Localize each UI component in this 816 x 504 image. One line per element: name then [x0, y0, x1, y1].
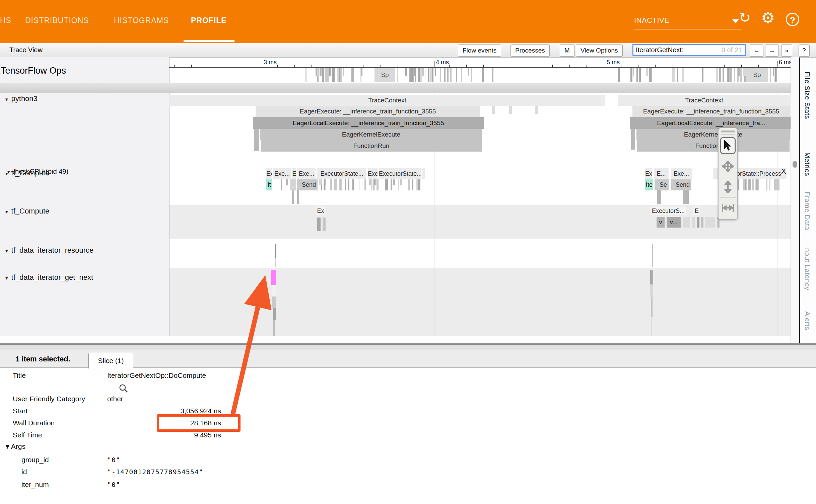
panel-resize-strip[interactable]: [0, 345, 816, 350]
selection-tool-button[interactable]: [720, 137, 736, 154]
trace-slice-unlabeled[interactable]: [652, 244, 653, 267]
search-query[interactable]: IteratorGetNext:: [636, 46, 683, 54]
trace-slice[interactable]: EagerExecute: __inference_train_function…: [256, 106, 480, 117]
trace-slice-unlabeled[interactable]: [271, 270, 276, 285]
trace-slice-unlabeled[interactable]: [297, 190, 299, 204]
trace-slice[interactable]: EagerLocalExecute: __inference_tra...: [630, 117, 792, 129]
trace-slice-unlabeled[interactable]: [273, 308, 276, 320]
side-tab-input-latency[interactable]: Input Latency: [803, 246, 811, 290]
toolbar-button-m[interactable]: M: [560, 45, 574, 57]
chevron-down-icon[interactable]: [732, 19, 739, 23]
trace-slice[interactable]: E: [292, 168, 296, 179]
trace-slice[interactable]: E: [693, 206, 700, 215]
trace-slice[interactable]: Exe...: [671, 168, 692, 179]
trace-slice-unlabeled[interactable]: [692, 217, 695, 228]
toolbar-button-processes[interactable]: Processes: [511, 45, 550, 57]
trace-slice-unlabeled[interactable]: [492, 106, 495, 114]
trace-slice[interactable]: Exe...: [297, 168, 316, 179]
trace-slice[interactable]: Exe: [368, 168, 378, 179]
side-tab-file-size-stats[interactable]: File Size Stats: [803, 72, 811, 119]
trace-slice[interactable]: FunctionRun: [637, 140, 790, 152]
help-icon[interactable]: ?: [786, 13, 799, 26]
trace-slice[interactable]: Ex: [316, 206, 325, 215]
trace-slice[interactable]: ExecutorS...: [651, 206, 686, 215]
toolbar-button-view-options[interactable]: View Options: [576, 45, 623, 57]
trace-slice[interactable]: TraceContext: [169, 95, 605, 106]
trace-slice[interactable]: E...: [654, 168, 669, 179]
trace-slice[interactable]: v: [657, 217, 665, 228]
tab-histograms[interactable]: HISTOGRAMS: [114, 16, 169, 25]
trace-slice[interactable]: EagerKernelExecute: [260, 129, 482, 140]
trace-slice-unlabeled[interactable]: [254, 129, 259, 151]
trace-slice[interactable]: _Send: [671, 179, 691, 190]
collapse-triangle-icon[interactable]: ▾: [5, 275, 8, 281]
collapse-triangle-icon[interactable]: ▾: [5, 96, 8, 102]
trace-slice-unlabeled[interactable]: [697, 217, 699, 228]
vertical-scrollbar[interactable]: [791, 57, 799, 345]
tab-slice[interactable]: Slice (1): [88, 353, 133, 368]
magnifier-icon[interactable]: [119, 384, 129, 394]
side-tab-metrics[interactable]: Metrics: [803, 152, 811, 176]
side-tab-alerts[interactable]: Alerts: [803, 311, 811, 330]
trace-slice-unlabeled[interactable]: [292, 190, 294, 204]
trace-slice[interactable]: EagerKernelExecute: [636, 129, 790, 140]
trace-slice-unlabeled[interactable]: [317, 218, 321, 231]
trace-slice-unlabeled[interactable]: [683, 190, 689, 204]
collapse-triangle-icon[interactable]: ▾: [5, 248, 8, 254]
process-header-bar[interactable]: ▾/host:CPU (pid 49) X: [0, 83, 791, 93]
trace-slice[interactable]: _Send: [297, 179, 318, 190]
run-status-select[interactable]: INACTIVE: [634, 16, 669, 25]
trace-slice[interactable]: Sp: [746, 68, 768, 82]
trace-slice[interactable]: v...: [667, 217, 681, 228]
tab-hs[interactable]: HS: [0, 16, 11, 25]
refresh-icon[interactable]: ↻: [739, 11, 751, 25]
trace-slice[interactable]: Sp: [375, 68, 395, 82]
tab-profile[interactable]: PROFILE: [191, 16, 227, 25]
trace-slice[interactable]: It: [266, 179, 272, 190]
trace-slice-unlabeled[interactable]: [422, 168, 425, 179]
trace-slice-unlabeled[interactable]: [631, 129, 635, 150]
trace-slice-unlabeled[interactable]: [272, 297, 276, 308]
trace-slice[interactable]: TraceContext: [618, 95, 790, 106]
collapse-triangle-icon[interactable]: ▾: [5, 209, 8, 215]
trace-slice[interactable]: ExecutorState...: [379, 168, 421, 179]
trace-slice-unlabeled[interactable]: [650, 284, 653, 297]
trace-slice-unlabeled[interactable]: [657, 190, 661, 204]
trace-slice[interactable]: EagerExecute: __inference_train_function…: [632, 106, 790, 117]
pan-tool-button[interactable]: [720, 158, 736, 175]
collapse-triangle-icon[interactable]: ▾: [5, 171, 8, 176]
timing-tool-button[interactable]: [720, 199, 736, 216]
trace-slice-unlabeled[interactable]: [651, 297, 653, 317]
trace-slice[interactable]: _: [291, 179, 296, 190]
trace-slice-unlabeled[interactable]: [774, 179, 779, 190]
tab-distributions[interactable]: DISTRIBUTIONS: [25, 16, 89, 25]
side-tab-frame-data[interactable]: Frame Data: [803, 191, 811, 230]
trace-slice-unlabeled[interactable]: [272, 285, 276, 297]
trace-slice-unlabeled[interactable]: [275, 244, 276, 258]
trace-slice[interactable]: Ite: [645, 179, 653, 190]
trace-slice-unlabeled[interactable]: [535, 106, 538, 114]
close-process-button[interactable]: X: [781, 167, 786, 176]
trace-slice[interactable]: Exe...: [273, 168, 291, 179]
trace-slice-unlabeled[interactable]: [323, 218, 326, 231]
search-nav-button[interactable]: →: [765, 45, 779, 57]
trace-slice[interactable]: Ex: [266, 168, 272, 179]
trace-slice[interactable]: ExecutorState...: [317, 168, 366, 179]
search-nav-button[interactable]: ?: [799, 45, 810, 57]
trace-slice-unlabeled[interactable]: [273, 320, 275, 337]
scrollbar-thumb[interactable]: [793, 161, 797, 168]
trace-slice[interactable]: _Se: [655, 179, 669, 190]
trace-slice-unlabeled[interactable]: [701, 217, 703, 228]
zoom-tool-button[interactable]: [720, 179, 736, 195]
palette-drag-handle[interactable]: [721, 130, 735, 135]
trace-slice[interactable]: FunctionRun: [261, 140, 482, 152]
search-nav-button[interactable]: ←: [750, 45, 763, 57]
trace-slice-unlabeled[interactable]: [705, 217, 715, 228]
trace-slice-unlabeled[interactable]: [683, 217, 690, 228]
trace-slice[interactable]: EagerLocalExecute: __inference_train_fun…: [253, 117, 484, 129]
trace-slice-unlabeled[interactable]: [509, 106, 512, 114]
toolbar-button-flow-events[interactable]: Flow events: [458, 45, 501, 57]
gear-icon[interactable]: ⚙: [761, 11, 775, 25]
trace-slice-unlabeled[interactable]: [650, 270, 653, 284]
trace-slice-unlabeled[interactable]: [275, 258, 276, 267]
